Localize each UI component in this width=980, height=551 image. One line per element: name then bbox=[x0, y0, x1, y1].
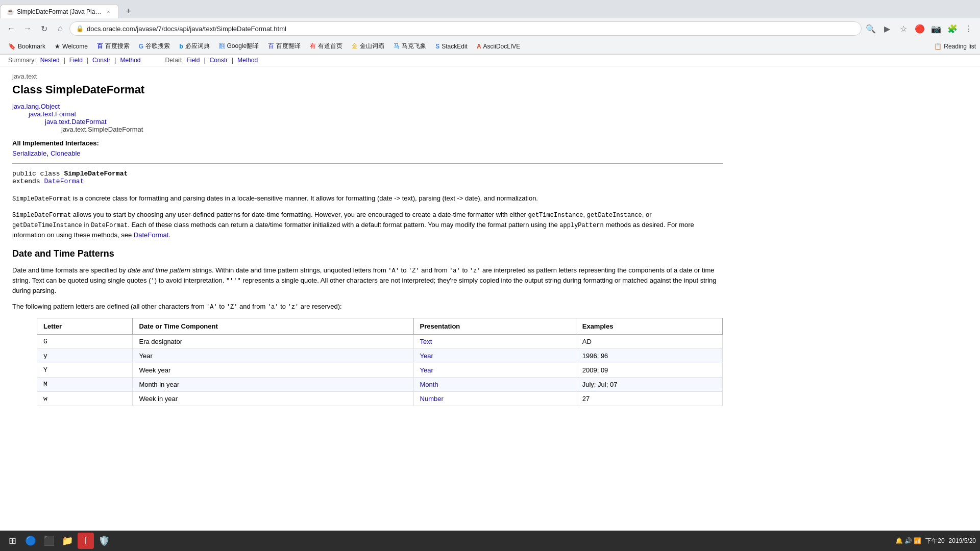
bookmark-item-bing[interactable]: b 必应词典 bbox=[175, 41, 213, 52]
cell-presentation: Year bbox=[413, 349, 576, 363]
screenshot-icon[interactable]: 📷 bbox=[929, 21, 943, 36]
tab-bar: ☕ SimpleDateFormat (Java Pla… × + bbox=[0, 0, 980, 18]
hierarchy-object-link[interactable]: java.lang.Object bbox=[12, 103, 60, 110]
back-button[interactable]: ← bbox=[4, 21, 18, 36]
reload-button[interactable]: ↻ bbox=[37, 21, 51, 36]
bookmark-item-mafei[interactable]: 马 马克飞象 bbox=[389, 41, 430, 52]
hierarchy-dateformat-link[interactable]: java.text.DateFormat bbox=[45, 118, 107, 126]
class-declaration: public class SimpleDateFormat extends Da… bbox=[12, 170, 723, 185]
chrome-icon[interactable]: 🔴 bbox=[913, 21, 927, 36]
bookmark-item-baidu-trans[interactable]: 百 百度翻译 bbox=[264, 41, 305, 52]
cell-letter: w bbox=[37, 392, 133, 406]
nav-actions: 🔍 ▶ ☆ 🔴 📷 🧩 ⋮ bbox=[864, 21, 976, 36]
bookmark-label: 百度搜索 bbox=[105, 42, 130, 51]
youdao-icon: 有 bbox=[310, 42, 316, 51]
bookmark-item-welcome[interactable]: ★ Welcome bbox=[51, 42, 92, 51]
google-icon: G bbox=[139, 43, 143, 50]
tab-title: SimpleDateFormat (Java Pla… bbox=[17, 8, 101, 15]
summary-label: Summary: bbox=[8, 57, 36, 64]
bookmark-item-stackedit[interactable]: S StackEdit bbox=[431, 42, 472, 51]
bookmark-item-baidu-search[interactable]: 百 百度搜索 bbox=[93, 41, 134, 52]
serializable-link[interactable]: Serializable bbox=[12, 149, 46, 157]
cloneable-link[interactable]: Cloneable bbox=[51, 149, 81, 157]
summary-nested-link[interactable]: Nested bbox=[40, 57, 60, 64]
address-bar[interactable]: 🔒 docs.oracle.com/javase/7/docs/api/java… bbox=[69, 21, 862, 36]
bookmark-item-jinshan[interactable]: 金 金山词霸 bbox=[348, 41, 388, 52]
reading-list-button[interactable]: 📋 Reading list bbox=[934, 43, 976, 50]
search-icon[interactable]: 🔍 bbox=[864, 21, 878, 36]
bookmark-label: Welcome bbox=[62, 43, 88, 50]
cell-presentation: Number bbox=[413, 392, 576, 406]
col-header-presentation: Presentation bbox=[413, 318, 576, 335]
settings-icon[interactable]: ⋮ bbox=[962, 21, 976, 36]
detail-method-link[interactable]: Method bbox=[237, 57, 258, 64]
table-row: w Week in year Number 27 bbox=[37, 392, 723, 406]
date-time-patterns-title: Date and Time Patterns bbox=[12, 248, 723, 261]
cell-letter: y bbox=[37, 349, 133, 363]
mafei-icon: 马 bbox=[394, 42, 400, 51]
taskbar: ⊞ 🔵 ⬛ 📁 I 🛡️ 🔔 🔊 📶 下午20 2019/5/20 bbox=[0, 531, 980, 543]
bookmark-item-bookmark[interactable]: 🔖 Bookmark bbox=[4, 42, 50, 51]
extension-icon[interactable]: 🧩 bbox=[945, 21, 960, 36]
taskbar-right: 🔔 🔊 📶 下午20 2019/5/20 bbox=[895, 537, 976, 543]
cell-letter: G bbox=[37, 335, 133, 349]
taskbar-shield-icon[interactable]: 🛡️ bbox=[96, 533, 112, 543]
taskbar-apps-icon[interactable]: ⊞ bbox=[4, 533, 20, 543]
bookmark-item-asciidoc[interactable]: A AsciiDocLIVE bbox=[473, 42, 524, 51]
taskbar-ide-icon[interactable]: I bbox=[78, 533, 94, 543]
hierarchy-format-link[interactable]: java.text.Format bbox=[29, 110, 76, 118]
bookmark-item-google[interactable]: G 谷歌搜索 bbox=[135, 41, 174, 52]
cell-examples: 1996; 96 bbox=[576, 349, 722, 363]
reading-list-label: Reading list bbox=[944, 43, 976, 50]
cell-presentation: Year bbox=[413, 363, 576, 378]
extends-dateformat-link[interactable]: DateFormat bbox=[44, 178, 84, 185]
class-desc-1: SimpleDateFormat is a concrete class for… bbox=[12, 193, 723, 204]
jinshan-icon: 金 bbox=[352, 42, 358, 51]
new-tab-button[interactable]: + bbox=[121, 4, 135, 18]
breadcrumb: java.text bbox=[12, 72, 723, 80]
baidu-icon: 百 bbox=[97, 42, 103, 51]
forward-button[interactable]: → bbox=[20, 21, 35, 36]
table-row: M Month in year Month July; Jul; 07 bbox=[37, 378, 723, 392]
summary-method-link[interactable]: Method bbox=[120, 57, 140, 64]
bookmark-item-youdao[interactable]: 有 有道首页 bbox=[306, 41, 347, 52]
cell-examples: 27 bbox=[576, 392, 722, 406]
dateformat-link[interactable]: DateFormat bbox=[134, 231, 169, 239]
stackedit-icon: S bbox=[435, 43, 439, 50]
reading-list-icon: 📋 bbox=[934, 43, 942, 50]
asciidoc-icon: A bbox=[477, 43, 481, 50]
summary-field-link[interactable]: Field bbox=[69, 57, 83, 64]
page-wrapper: java.text Class SimpleDateFormat java.la… bbox=[0, 66, 980, 543]
gtrans-icon: 翻 bbox=[219, 42, 225, 51]
bookmark-label: 必应词典 bbox=[185, 42, 210, 51]
detail-field-link[interactable]: Field bbox=[187, 57, 200, 64]
bookmark-label: 谷歌搜索 bbox=[145, 42, 170, 51]
detail-constr-link[interactable]: Constr bbox=[210, 57, 228, 64]
table-row: G Era designator Text AD bbox=[37, 335, 723, 349]
summary-constr-link[interactable]: Constr bbox=[92, 57, 110, 64]
taskbar-terminal-icon[interactable]: ⬛ bbox=[41, 533, 57, 543]
bookmark-label: 有道首页 bbox=[318, 42, 342, 51]
interface-list: Serializable, Cloneable bbox=[12, 149, 723, 157]
tab-favicon: ☕ bbox=[7, 8, 14, 15]
bookmark-star-icon[interactable]: ☆ bbox=[896, 21, 911, 36]
table-header-row: Letter Date or Time Component Presentati… bbox=[37, 318, 723, 335]
cast-icon[interactable]: ▶ bbox=[880, 21, 894, 36]
pattern-desc-1: Date and time formats are specified by d… bbox=[12, 265, 723, 296]
tab-close-button[interactable]: × bbox=[104, 8, 112, 16]
baidu-trans-icon: 百 bbox=[268, 42, 274, 51]
taskbar-files-icon[interactable]: 📁 bbox=[59, 533, 76, 543]
class-hierarchy: java.lang.Object java.text.Format java.t… bbox=[12, 103, 723, 133]
cell-examples: AD bbox=[576, 335, 722, 349]
cell-examples: 2009; 09 bbox=[576, 363, 722, 378]
home-button[interactable]: ⌂ bbox=[53, 21, 67, 36]
bing-icon: b bbox=[179, 43, 183, 50]
active-tab[interactable]: ☕ SimpleDateFormat (Java Pla… × bbox=[0, 4, 119, 18]
hierarchy-current-class: java.text.SimpleDateFormat bbox=[61, 126, 723, 133]
clock: 下午20 bbox=[925, 537, 944, 543]
taskbar-chrome-icon[interactable]: 🔵 bbox=[22, 533, 39, 543]
cell-letter: Y bbox=[37, 363, 133, 378]
bookmark-icon: 🔖 bbox=[8, 43, 16, 50]
bookmark-item-gtrans[interactable]: 翻 Google翻译 bbox=[215, 41, 263, 52]
bookmark-label: Bookmark bbox=[18, 43, 45, 50]
